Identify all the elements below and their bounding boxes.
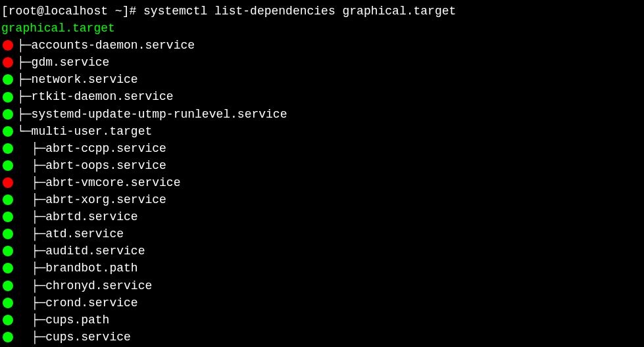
dependency-line: ├─atd.service — [1, 225, 643, 243]
dependency-name: ├─abrt-xorg.service — [17, 191, 166, 208]
dependency-name: ├─atd.service — [17, 225, 124, 243]
shell-prompt-line: [root@localhost ~]# systemctl list-depen… — [1, 3, 643, 20]
status-dot-icon — [3, 126, 13, 137]
status-dot-icon — [3, 332, 13, 342]
dependency-name: ├─abrt-vmcore.service — [17, 174, 180, 191]
status-dot-icon — [3, 315, 13, 325]
dependency-name: ├─abrtd.service — [17, 208, 138, 225]
dependency-line: ├─abrt-vmcore.service — [1, 174, 643, 191]
dependency-name: ├─accounts-daemon.service — [17, 37, 195, 54]
dependency-line: ├─rtkit-daemon.service — [1, 88, 643, 105]
dependency-line: ├─abrt-ccpp.service — [1, 140, 643, 157]
dependency-name: ├─rtkit-daemon.service — [17, 88, 174, 105]
dependency-line: ├─network.service — [1, 71, 643, 88]
dependency-line: ├─cups.service — [1, 329, 643, 346]
dependency-name: ├─abrt-oops.service — [17, 157, 166, 174]
dependency-line: ├─accounts-daemon.service — [1, 37, 643, 54]
dependency-line: ├─cups.path — [1, 312, 643, 329]
dependency-name: └─multi-user.target — [17, 123, 152, 140]
dependency-name: ├─network.service — [17, 71, 138, 88]
status-dot-icon — [3, 143, 13, 154]
command-text: systemctl list-dependencies graphical.ta… — [143, 5, 456, 18]
dependency-line: ├─crond.service — [1, 294, 643, 312]
dependency-name: ├─abrt-ccpp.service — [17, 140, 166, 157]
dependency-line: ├─abrt-oops.service — [1, 157, 643, 174]
dependency-line: ├─systemd-update-utmp-runlevel.service — [1, 106, 643, 123]
dependency-line: └─multi-user.target — [1, 123, 643, 140]
status-dot-icon — [3, 195, 13, 205]
dependency-name: ├─brandbot.path — [17, 260, 138, 277]
status-dot-icon — [3, 74, 13, 85]
status-dot-icon — [3, 177, 13, 188]
status-dot-icon — [3, 298, 13, 308]
dependency-list: ├─accounts-daemon.service├─gdm.service├─… — [1, 37, 643, 347]
status-dot-icon — [3, 160, 13, 171]
status-dot-icon — [3, 246, 13, 256]
dependency-line: ├─chronyd.service — [1, 277, 643, 294]
status-dot-icon — [3, 229, 13, 239]
dependency-name: ├─auditd.service — [17, 243, 145, 260]
dependency-line: ├─auditd.service — [1, 243, 643, 260]
dependency-line: ├─brandbot.path — [1, 260, 643, 277]
dependency-name: ├─systemd-update-utmp-runlevel.service — [17, 106, 287, 123]
dependency-line: ├─gdm.service — [1, 54, 643, 71]
status-dot-icon — [3, 57, 13, 68]
dependency-name: ├─gdm.service — [17, 54, 109, 71]
dependency-line: ├─abrt-xorg.service — [1, 191, 643, 208]
status-dot-icon — [3, 212, 13, 222]
status-dot-icon — [3, 40, 13, 51]
status-dot-icon — [3, 92, 13, 103]
dependency-root-target: graphical.target — [1, 20, 643, 37]
dependency-line: ├─abrtd.service — [1, 208, 643, 225]
dependency-name: ├─cups.service — [17, 329, 131, 346]
dependency-name: ├─chronyd.service — [17, 277, 152, 294]
dependency-name: ├─cups.path — [17, 312, 109, 329]
dependency-name: ├─crond.service — [17, 294, 138, 312]
status-dot-icon — [3, 263, 13, 273]
status-dot-icon — [3, 109, 13, 120]
status-dot-icon — [3, 281, 13, 291]
prompt-prefix: [root@localhost ~]# — [1, 5, 143, 18]
